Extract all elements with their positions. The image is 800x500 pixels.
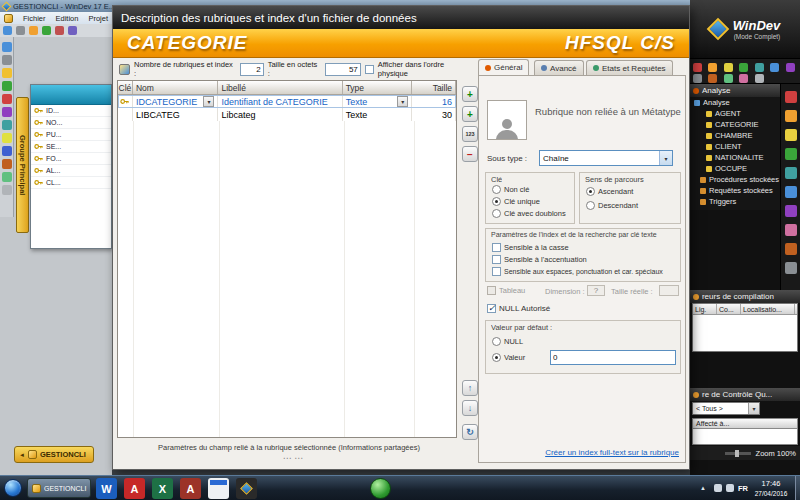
menu-edition[interactable]: Edition [56, 14, 79, 23]
show-desktop-button[interactable] [795, 476, 800, 500]
dock-icon[interactable] [785, 91, 797, 103]
toolbar-icon[interactable] [2, 107, 12, 117]
radio-non-cle[interactable]: Non clé [492, 185, 529, 194]
dock-icon[interactable] [785, 148, 797, 160]
compile-panel-header[interactable]: Erreurs de compilation [690, 290, 800, 303]
delete-field-button[interactable] [462, 146, 478, 162]
toolbar-icon[interactable] [2, 94, 12, 104]
clock[interactable]: 17:46 27/04/2016 [748, 479, 794, 499]
tree-item-categorie[interactable]: CATEGORIE [690, 119, 780, 130]
field-row[interactable]: SE... [31, 141, 111, 153]
start-button[interactable] [4, 479, 22, 497]
grid-row-idcategorie[interactable]: IDCATEGORIE Identifiant de CATEGORIE Tex… [118, 95, 456, 108]
toolbar-icon[interactable] [2, 55, 12, 65]
tab-etats-requetes[interactable]: Etats et Requêtes [586, 60, 673, 75]
column-size[interactable]: Taille [412, 81, 456, 94]
toolbar-icon[interactable] [708, 63, 717, 72]
toolbar-icon[interactable] [16, 26, 25, 35]
toolbar-icon[interactable] [693, 63, 702, 72]
dock-icon[interactable] [785, 224, 797, 236]
toolbar-icon[interactable] [770, 63, 779, 72]
dialog-titlebar[interactable]: Description des rubriques et index d'un … [113, 6, 689, 29]
tray-icon[interactable] [714, 484, 722, 492]
type-cell[interactable]: Texte [343, 95, 413, 108]
column-lig[interactable]: Lig. [693, 304, 717, 314]
field-row[interactable]: PU... [31, 129, 111, 141]
fulltext-index-link[interactable]: Créer un index full-text sur la rubrique [545, 448, 679, 457]
toolbar-icon[interactable] [2, 185, 12, 195]
toolbar-icon[interactable] [2, 81, 12, 91]
move-up-button[interactable] [462, 380, 478, 396]
tab-avance[interactable]: Avancé [534, 60, 584, 75]
tree-item-agent[interactable]: AGENT [690, 108, 780, 119]
tree-item-requetes[interactable]: Requêtes stockées [690, 185, 780, 196]
name-cell[interactable]: LIBCATEG [133, 108, 218, 121]
fields-grid[interactable]: Clé Nom Libellé Type Taille IDCATEGORIE … [117, 80, 457, 438]
toolbar-icon[interactable] [42, 26, 51, 35]
add-composite-key-button[interactable] [462, 106, 478, 122]
toolbar-icon[interactable] [786, 63, 795, 72]
dock-icon[interactable] [785, 243, 797, 255]
tray-icon[interactable] [726, 484, 734, 492]
toolbar-icon[interactable] [2, 68, 12, 78]
field-row[interactable]: CL... [31, 177, 111, 189]
toolbar-icon[interactable] [3, 26, 12, 35]
identifier-button[interactable] [462, 126, 478, 142]
tree-item-triggers[interactable]: Triggers [690, 196, 780, 207]
dropdown-arrow-icon[interactable] [397, 96, 408, 107]
add-field-button[interactable] [462, 86, 478, 102]
quality-panel-header[interactable]: re de Contrôle Qu... [690, 388, 800, 401]
toolbar-icon[interactable] [755, 74, 764, 83]
toolbar-icon[interactable] [2, 120, 12, 130]
column-localisation[interactable]: Localisatio... [741, 304, 795, 314]
move-down-button[interactable] [462, 400, 478, 416]
grid-row-libcateg[interactable]: LIBCATEG Libcateg Texte 30 [118, 108, 456, 121]
toolbar-icon[interactable] [68, 26, 77, 35]
physical-order-checkbox[interactable] [365, 65, 374, 74]
radio-cle-doublons[interactable]: Clé avec doublons [492, 209, 566, 218]
table-shape-header[interactable] [31, 85, 111, 105]
word-icon[interactable] [96, 478, 117, 499]
taskbar-gestioncli-button[interactable]: GESTIONCLI [27, 478, 91, 498]
checkbox-null-autorise[interactable]: NULL Autorisé [487, 304, 550, 313]
type-cell[interactable]: Texte [343, 108, 413, 121]
column-key[interactable]: Clé [118, 81, 133, 94]
zoom-slider-thumb[interactable] [735, 450, 739, 457]
calendar-app-icon[interactable] [208, 478, 229, 499]
toolbar-icon[interactable] [2, 172, 12, 182]
field-row[interactable]: FO... [31, 153, 111, 165]
toolbar-icon[interactable] [29, 26, 38, 35]
access-icon[interactable] [180, 478, 201, 499]
menu-projet[interactable]: Projet [88, 14, 108, 23]
toolbar-icon[interactable] [708, 74, 717, 83]
dock-icon[interactable] [785, 205, 797, 217]
column-type[interactable]: Type [343, 81, 413, 94]
windev-orb-icon[interactable] [4, 14, 13, 23]
checkbox-sensible-casse[interactable]: Sensible à la casse [492, 243, 569, 252]
quality-filter-select[interactable]: < Tous > [692, 402, 760, 415]
bytes-size-input[interactable] [325, 63, 361, 76]
refresh-button[interactable] [462, 424, 478, 440]
group-principal-tab[interactable]: Groupe Principal [16, 97, 29, 233]
field-row[interactable]: AL... [31, 165, 111, 177]
tree-item-nationalite[interactable]: NATIONALITE [690, 152, 780, 163]
tree-item-occupe[interactable]: OCCUPE [690, 163, 780, 174]
windev-taskbar-icon[interactable] [236, 478, 257, 499]
toolbar-icon[interactable] [693, 74, 702, 83]
tree-item-procedures[interactable]: Procédures stockées [690, 174, 780, 185]
size-cell[interactable]: 30 [412, 108, 456, 121]
toolbar-icon[interactable] [2, 133, 12, 143]
toolbar-icon[interactable] [55, 26, 64, 35]
toolbar-icon[interactable] [724, 63, 733, 72]
radio-ascendant[interactable]: Ascendant [586, 187, 633, 196]
dock-icon[interactable] [785, 186, 797, 198]
caption-cell[interactable]: Libcateg [218, 108, 342, 121]
zoom-slider[interactable] [725, 452, 751, 455]
tree-item-analyse[interactable]: Analyse [690, 97, 780, 108]
default-value-input[interactable] [550, 350, 676, 365]
radio-descendant[interactable]: Descendant [586, 201, 638, 210]
radio-cle-unique[interactable]: Clé unique [492, 197, 540, 206]
dock-icon[interactable] [785, 262, 797, 274]
toolbar-icon[interactable] [724, 74, 733, 83]
column-co[interactable]: Co... [717, 304, 741, 314]
